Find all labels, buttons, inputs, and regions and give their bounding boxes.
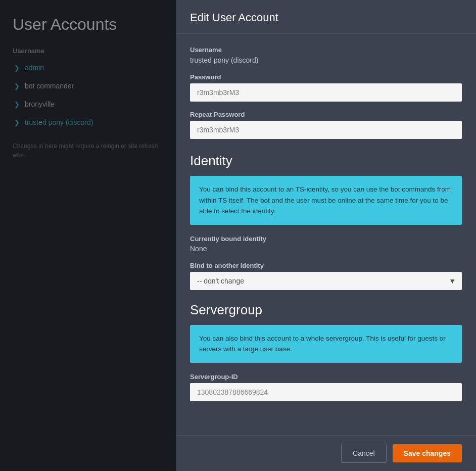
username-label: Username bbox=[190, 46, 462, 54]
modal-title: Edit User Account bbox=[190, 11, 462, 24]
modal-overlay: Edit User Account Username trusted pony … bbox=[0, 0, 476, 471]
identity-section-title: Identity bbox=[190, 153, 462, 169]
bind-identity-select[interactable]: -- don't change bbox=[190, 272, 462, 290]
modal-body: Username trusted pony (discord) Password… bbox=[176, 34, 476, 435]
servergroup-info-box: You can also bind this account to a whol… bbox=[190, 325, 462, 363]
identity-info-box: You can bind this account to an TS-ident… bbox=[190, 176, 462, 225]
password-label: Password bbox=[190, 73, 462, 81]
bind-identity-wrapper: -- don't change ▼ bbox=[190, 272, 462, 290]
save-button[interactable]: Save changes bbox=[393, 444, 462, 462]
servergroup-section-title: Servergroup bbox=[190, 302, 462, 318]
cancel-button[interactable]: Cancel bbox=[341, 444, 387, 463]
repeat-password-label: Repeat Password bbox=[190, 111, 462, 118]
modal-footer: Cancel Save changes bbox=[176, 435, 476, 471]
currently-bound-value: None bbox=[190, 245, 462, 253]
modal-header: Edit User Account bbox=[176, 0, 476, 34]
servergroup-id-label: Servergroup-ID bbox=[190, 373, 462, 381]
username-value: trusted pony (discord) bbox=[190, 56, 462, 64]
servergroup-id-input[interactable] bbox=[190, 383, 462, 401]
repeat-password-input[interactable] bbox=[190, 121, 462, 139]
currently-bound-label: Currently bound identity bbox=[190, 235, 462, 243]
bind-another-label: Bind to another identity bbox=[190, 262, 462, 269]
modal-panel: Edit User Account Username trusted pony … bbox=[176, 0, 476, 471]
password-input[interactable] bbox=[190, 83, 462, 102]
